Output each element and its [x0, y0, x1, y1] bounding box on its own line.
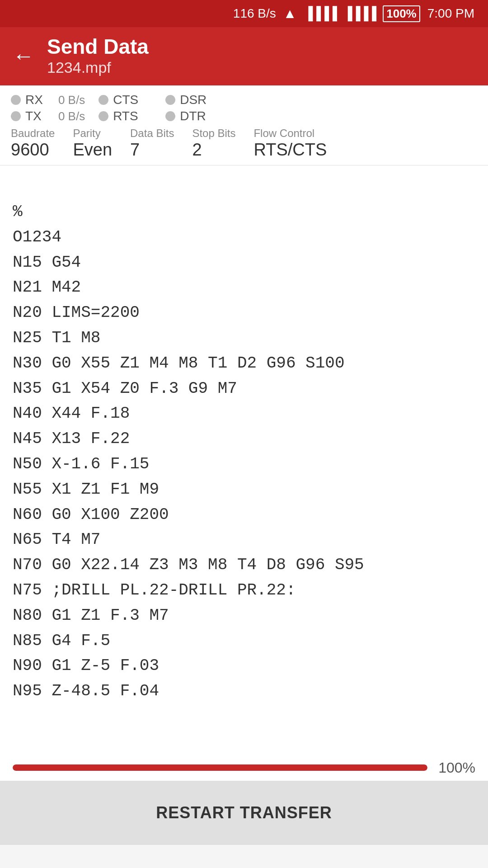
code-line: N90 G1 Z-5 F.03 [13, 653, 475, 679]
flow-control-label: Flow Control [253, 127, 327, 140]
rts-label: RTS [113, 109, 138, 123]
serial-info-bar: RX TX 0 B/s CTS 0 B/s RTS DSR [0, 85, 488, 165]
rx-tx-group: RX TX [11, 93, 43, 123]
app-bar-subtitle: 1234.mpf [47, 58, 149, 77]
code-line: N80 G1 Z1 F.3 M7 [13, 603, 475, 628]
code-line: N15 G54 [13, 250, 475, 275]
tx-speed: 0 B/s [58, 109, 85, 123]
empty-line-top [13, 175, 475, 199]
dtr-label: DTR [180, 109, 206, 123]
dsr-label: DSR [180, 93, 206, 107]
progress-bar-fill [13, 764, 427, 771]
app-bar-title: Send Data [47, 35, 149, 58]
restart-transfer-button[interactable]: RESTART TRANSFER [13, 791, 475, 835]
rts-led [99, 111, 108, 121]
tx-led [11, 111, 21, 121]
tx-label: TX [25, 109, 42, 123]
baudrate-group: Baudrate 9600 [11, 127, 55, 160]
rx-led [11, 95, 21, 105]
code-line: N30 G0 X55 Z1 M4 M8 T1 D2 G96 S100 [13, 351, 475, 376]
back-button[interactable]: ← [13, 45, 34, 67]
cts-label: CTS [113, 93, 138, 107]
restart-button-area: RESTART TRANSFER [0, 781, 488, 845]
parity-value: Even [73, 140, 112, 160]
status-time: 7:00 PM [427, 6, 474, 21]
code-line: N50 X-1.6 F.15 [13, 452, 475, 477]
code-line: N60 G0 X100 Z200 [13, 502, 475, 528]
tx-speed-row: 0 B/s RTS [56, 109, 138, 123]
tx-row: TX [11, 109, 43, 123]
cts-led [99, 95, 108, 105]
code-line: N25 T1 M8 [13, 326, 475, 351]
parity-label: Parity [73, 127, 112, 140]
status-bar: 116 B/s ▲ ▐▐▐▐ ▐▐▐▐ 100% 7:00 PM [0, 0, 488, 27]
dsr-led [165, 95, 175, 105]
wifi-icon: ▲ [283, 6, 297, 21]
code-line: N65 T4 M7 [13, 527, 475, 552]
battery-icon: 100% [383, 5, 420, 22]
stop-bits-group: Stop Bits 2 [192, 127, 235, 160]
app-bar: ← Send Data 1234.mpf [0, 27, 488, 85]
code-line: N45 X13 F.22 [13, 426, 475, 452]
code-line: N35 G1 X54 Z0 F.3 G9 M7 [13, 376, 475, 401]
progress-area: 100% [0, 753, 488, 781]
rx-label: RX [25, 93, 43, 107]
progress-bar-track [13, 764, 427, 771]
rx-row: RX [11, 93, 43, 107]
app-bar-titles: Send Data 1234.mpf [47, 35, 149, 76]
parity-group: Parity Even [73, 127, 112, 160]
code-content-area: %O1234N15 G54N21 M42N20 LIMS=2200N25 T1 … [0, 165, 488, 753]
flow-control-value: RTS/CTS [253, 140, 327, 160]
progress-label: 100% [435, 760, 475, 776]
speed-group: 0 B/s CTS 0 B/s RTS [56, 93, 138, 123]
stop-bits-label: Stop Bits [192, 127, 235, 140]
code-line: % [13, 199, 475, 225]
battery-percent: 100% [386, 7, 417, 20]
code-line: N95 Z-48.5 F.04 [13, 679, 475, 704]
code-line: N40 X44 F.18 [13, 401, 475, 426]
code-line: N20 LIMS=2200 [13, 300, 475, 326]
status-speed: 116 B/s [233, 6, 276, 21]
data-bits-label: Data Bits [130, 127, 174, 140]
code-lines-container: %O1234N15 G54N21 M42N20 LIMS=2200N25 T1 … [13, 199, 475, 704]
code-line: O1234 [13, 225, 475, 250]
dsr-dtr-group: DSR DTR [165, 93, 206, 123]
serial-indicators-row: RX TX 0 B/s CTS 0 B/s RTS DSR [11, 93, 477, 123]
dsr-row: DSR [165, 93, 206, 107]
serial-params-row: Baudrate 9600 Parity Even Data Bits 7 St… [11, 127, 477, 160]
rx-speed: 0 B/s [58, 93, 85, 107]
code-line: N75 ;DRILL PL.22-DRILL PR.22: [13, 578, 475, 603]
rx-speed-row: 0 B/s CTS [56, 93, 138, 107]
baudrate-value: 9600 [11, 140, 55, 160]
stop-bits-value: 2 [192, 140, 235, 160]
code-line: N21 M42 [13, 275, 475, 300]
data-bits-group: Data Bits 7 [130, 127, 174, 160]
data-bits-value: 7 [130, 140, 174, 160]
dtr-row: DTR [165, 109, 206, 123]
signal-bar-1-icon: ▐▐▐▐ [304, 6, 336, 21]
code-line: N70 G0 X22.14 Z3 M3 M8 T4 D8 G96 S95 [13, 552, 475, 578]
flow-control-group: Flow Control RTS/CTS [253, 127, 327, 160]
signal-bar-2-icon: ▐▐▐▐ [343, 6, 375, 21]
dtr-led [165, 111, 175, 121]
code-line: N55 X1 Z1 F1 M9 [13, 477, 475, 502]
baudrate-label: Baudrate [11, 127, 55, 140]
code-line: N85 G4 F.5 [13, 628, 475, 654]
